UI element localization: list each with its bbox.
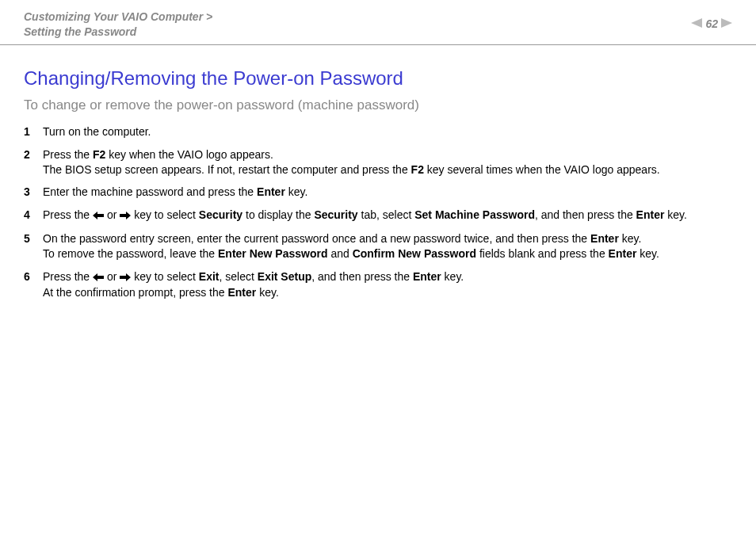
right-arrow-icon [120, 270, 131, 285]
step-item: 5On the password entry screen, enter the… [24, 231, 732, 261]
step-body: Turn on the computer. [43, 124, 732, 139]
step-body: On the password entry screen, enter the … [43, 231, 732, 261]
breadcrumb-line2: Setting the Password [24, 25, 136, 38]
step-item: 1Turn on the computer. [24, 124, 732, 139]
step-item: 6Press the or key to select Exit, select… [24, 269, 732, 300]
page-title: Changing/Removing the Power-on Password [24, 67, 756, 90]
step-body: Press the or key to select Security to d… [43, 208, 732, 223]
prev-page-icon[interactable] [691, 17, 702, 30]
breadcrumb: Customizing Your VAIO Computer > Setting… [24, 10, 212, 40]
next-page-icon[interactable] [721, 17, 732, 30]
step-body: Press the F2 key when the VAIO logo appe… [43, 147, 732, 177]
header: Customizing Your VAIO Computer > Setting… [0, 0, 756, 45]
page-subtitle: To change or remove the power-on passwor… [24, 97, 756, 113]
step-number: 5 [24, 231, 43, 246]
page-number: 62 [705, 17, 718, 30]
step-number: 6 [24, 269, 43, 284]
left-arrow-icon [93, 270, 104, 285]
right-arrow-icon [120, 208, 131, 223]
step-item: 2Press the F2 key when the VAIO logo app… [24, 147, 732, 177]
step-number: 1 [24, 124, 43, 139]
step-body: Press the or key to select Exit, select … [43, 269, 732, 300]
pager: 62 [691, 10, 732, 30]
left-arrow-icon [93, 208, 104, 223]
step-body: Enter the machine password and press the… [43, 185, 732, 200]
breadcrumb-line1: Customizing Your VAIO Computer > [24, 10, 212, 23]
step-number: 4 [24, 208, 43, 223]
steps-list: 1Turn on the computer.2Press the F2 key … [0, 124, 756, 300]
step-number: 3 [24, 185, 43, 200]
step-item: 4Press the or key to select Security to … [24, 208, 732, 223]
step-number: 2 [24, 147, 43, 162]
step-item: 3Enter the machine password and press th… [24, 185, 732, 200]
